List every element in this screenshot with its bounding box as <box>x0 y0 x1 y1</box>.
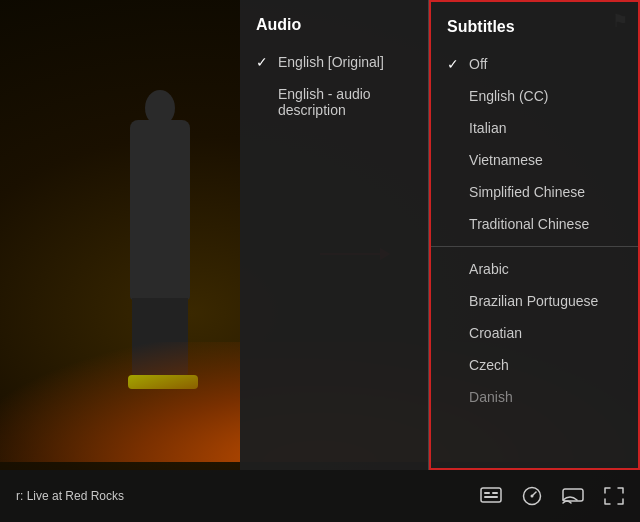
subtitles-button[interactable] <box>480 487 502 505</box>
subtitles-column: Subtitles ✓ Off ✓ English (CC) ✓ Italian… <box>429 0 640 470</box>
fullscreen-button[interactable] <box>604 487 624 505</box>
subtitle-item-vietnamese[interactable]: ✓ Vietnamese <box>431 144 638 176</box>
audio-title: Audio <box>240 16 428 46</box>
video-label: r: Live at Red Rocks <box>16 489 480 503</box>
svg-rect-1 <box>484 492 490 494</box>
check-english-original: ✓ <box>256 54 270 70</box>
audio-column: Audio ✓ English [Original] ✓ English - a… <box>240 0 429 470</box>
subtitle-divider <box>431 246 638 247</box>
subtitle-item-croatian[interactable]: ✓ Croatian <box>431 317 638 349</box>
subtitles-title: Subtitles <box>431 18 638 48</box>
speed-button[interactable] <box>522 486 542 506</box>
subtitle-item-traditional-chinese[interactable]: ✓ Traditional Chinese <box>431 208 638 240</box>
audio-item-english-original[interactable]: ✓ English [Original] <box>240 46 428 78</box>
audio-item-english-description[interactable]: ✓ English - audio description <box>240 78 428 126</box>
subtitle-item-off[interactable]: ✓ Off <box>431 48 638 80</box>
bottom-bar: r: Live at Red Rocks <box>0 470 640 522</box>
subtitle-item-czech[interactable]: ✓ Czech <box>431 349 638 381</box>
svg-rect-3 <box>484 496 498 498</box>
check-off: ✓ <box>447 56 461 72</box>
subtitle-item-danish[interactable]: ✓ Danish <box>431 381 638 413</box>
svg-point-6 <box>531 495 534 498</box>
svg-rect-0 <box>481 488 501 502</box>
subtitle-item-english-cc[interactable]: ✓ English (CC) <box>431 80 638 112</box>
subtitle-item-brazilian-portuguese[interactable]: ✓ Brazilian Portuguese <box>431 285 638 317</box>
subtitle-item-simplified-chinese[interactable]: ✓ Simplified Chinese <box>431 176 638 208</box>
settings-panel: Audio ✓ English [Original] ✓ English - a… <box>240 0 640 470</box>
cast-button[interactable] <box>562 487 584 505</box>
svg-rect-2 <box>492 492 498 494</box>
bottom-icons <box>480 486 624 506</box>
subtitle-item-italian[interactable]: ✓ Italian <box>431 112 638 144</box>
subtitle-item-arabic[interactable]: ✓ Arabic <box>431 253 638 285</box>
svg-rect-7 <box>563 489 583 501</box>
